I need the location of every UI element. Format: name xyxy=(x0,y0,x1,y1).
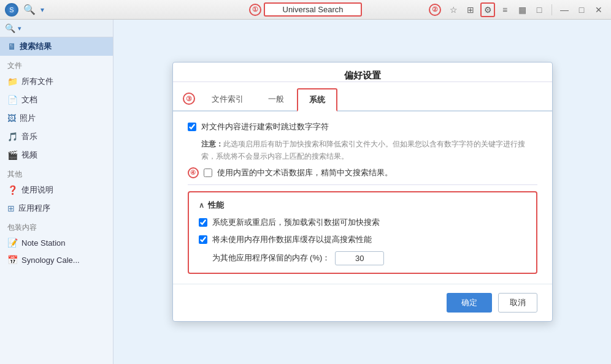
sidebar-search-icon: 🔍 xyxy=(5,23,15,33)
sidebar-item-label: 音乐 xyxy=(21,131,37,142)
perf-preload-checkbox[interactable] xyxy=(199,218,207,227)
note-station-icon: 📝 xyxy=(7,238,18,248)
performance-header: ∧ 性能 xyxy=(199,200,526,211)
universal-search-label: Universal Search xyxy=(264,2,362,17)
option-chinese-db: ④ 使用内置的中文术语数据库，精简中文搜索结果。 xyxy=(188,167,537,178)
note-body: 此选项启用后有助于加快搜索和降低索引文件大小。但如果您以含有数字字符的关键字进行… xyxy=(201,140,525,160)
list-view-btn[interactable]: ▦ xyxy=(515,2,529,17)
content-area: 偏好设置 ③ 文件索引 一般 系统 对文件内容进行建索时跳过数字字符 注意：此选… xyxy=(113,20,611,364)
sidebar-item-label: 所有文件 xyxy=(21,76,53,87)
annotation-3: ③ xyxy=(183,93,195,105)
main-layout: 🔍 ▾ 🖥 搜索结果 文件 📁 所有文件 📄 文档 🖼 照片 🎵 音乐 🎬 视频… xyxy=(0,20,611,364)
sidebar-item-label: Synology Cale... xyxy=(21,256,80,265)
sidebar-item-all-files[interactable]: 📁 所有文件 xyxy=(0,72,113,91)
search-results-icon: 🖥 xyxy=(7,42,16,51)
sidebar-item-documents[interactable]: 📄 文档 xyxy=(0,91,113,109)
sidebar-item-video[interactable]: 🎬 视频 xyxy=(0,146,113,164)
sidebar-item-label: 搜索结果 xyxy=(20,41,52,52)
perf-option-preload: 系统更新或重启后，预加载索引数据可加快搜索 xyxy=(199,217,526,228)
close-button[interactable]: ✕ xyxy=(591,2,606,17)
sidebar-item-label: 视频 xyxy=(21,150,37,161)
sidebar-section-pkg: 包装内容 xyxy=(0,218,113,234)
video-icon: 🎬 xyxy=(7,150,18,160)
sidebar-search-bar: 🔍 ▾ xyxy=(0,20,113,37)
sidebar-search-dropdown[interactable]: ▾ xyxy=(18,25,21,32)
help-icon: ❓ xyxy=(7,185,18,195)
anno1-label: ① xyxy=(249,4,264,16)
option-skip-digits-note: 注意：此选项启用后有助于加快搜索和降低索引文件大小。但如果您以含有数字字符的关键… xyxy=(201,138,537,162)
panel-btn[interactable]: □ xyxy=(532,2,547,17)
search-dropdown-btn[interactable]: 🔍 xyxy=(22,2,37,17)
memory-reserve-label: 为其他应用程序保留的内存 (%)： xyxy=(212,252,331,264)
perf-option-memory: 将未使用内存用作数据库缓存以提高搜索性能 xyxy=(199,234,526,245)
collapse-icon[interactable]: ∧ xyxy=(199,201,204,210)
sidebar-item-music[interactable]: 🎵 音乐 xyxy=(0,127,113,146)
option-chinese-db-checkbox[interactable] xyxy=(204,169,212,177)
option-skip-digits-label: 对文件内容进行建索时跳过数字字符 xyxy=(201,121,329,132)
sidebar-item-label: 照片 xyxy=(20,113,36,124)
anno2-label: ② xyxy=(429,4,444,16)
settings-button[interactable]: ⚙ xyxy=(480,2,495,17)
menu-button[interactable]: ≡ xyxy=(498,2,512,17)
sidebar-item-search-results[interactable]: 🖥 搜索结果 xyxy=(0,37,113,56)
dialog-title: 偏好设置 xyxy=(173,63,552,82)
minimize-button[interactable]: — xyxy=(557,2,572,17)
documents-icon: 📄 xyxy=(7,95,18,105)
sidebar-item-apps[interactable]: ⊞ 应用程序 xyxy=(0,199,113,218)
option-skip-digits-checkbox[interactable] xyxy=(188,123,196,131)
maximize-button[interactable]: □ xyxy=(574,2,589,17)
universal-search-area: ① Universal Search xyxy=(249,2,362,17)
photos-icon: 🖼 xyxy=(7,113,16,123)
sidebar-item-label: 文档 xyxy=(21,94,37,105)
all-files-icon: 📁 xyxy=(7,77,18,86)
app-logo: S xyxy=(5,3,18,17)
sidebar-item-photos[interactable]: 🖼 照片 xyxy=(0,109,113,127)
memory-reserve-input[interactable] xyxy=(335,251,384,265)
sidebar-item-note-station[interactable]: 📝 Note Station xyxy=(0,234,113,251)
sidebar-item-label: 应用程序 xyxy=(18,203,50,214)
perf-memory-checkbox[interactable] xyxy=(199,235,207,244)
note-prefix: 注意： xyxy=(201,140,223,148)
preferences-dialog: 偏好设置 ③ 文件索引 一般 系统 对文件内容进行建索时跳过数字字符 注意：此选… xyxy=(172,62,553,321)
perf-memory-label: 将未使用内存用作数据库缓存以提高搜索性能 xyxy=(212,234,372,245)
music-icon: 🎵 xyxy=(7,132,18,142)
sidebar-item-label: 使用说明 xyxy=(21,184,53,195)
synology-cal-icon: 📅 xyxy=(7,255,18,265)
performance-section: ∧ 性能 系统更新或重启后，预加载索引数据可加快搜索 将未使用内存用作数据库缓存… xyxy=(188,191,537,274)
star-button[interactable]: ☆ xyxy=(446,2,461,17)
view-toggle-btn[interactable]: ⊞ xyxy=(463,2,478,17)
option-skip-digits: 对文件内容进行建索时跳过数字字符 xyxy=(188,121,537,132)
divider xyxy=(551,4,552,15)
annotation-2: ② xyxy=(429,4,441,16)
section-divider xyxy=(188,184,537,185)
tab-file-index[interactable]: 文件索引 xyxy=(200,88,255,112)
perf-preload-label: 系统更新或重启后，预加载索引数据可加快搜索 xyxy=(212,217,380,228)
sidebar-item-help[interactable]: ❓ 使用说明 xyxy=(0,181,113,199)
sidebar-item-synology-cal[interactable]: 📅 Synology Cale... xyxy=(0,251,113,268)
sidebar-section-file: 文件 xyxy=(0,56,113,72)
memory-reserve-row: 为其他应用程序保留的内存 (%)： xyxy=(212,251,526,265)
sidebar: 🔍 ▾ 🖥 搜索结果 文件 📁 所有文件 📄 文档 🖼 照片 🎵 音乐 🎬 视频… xyxy=(0,20,113,364)
annotation-4: ④ xyxy=(188,167,199,178)
option-chinese-db-label: 使用内置的中文术语数据库，精简中文搜索结果。 xyxy=(217,167,393,178)
dialog-body: 对文件内容进行建索时跳过数字字符 注意：此选项启用后有助于加快搜索和降低索引文件… xyxy=(173,112,552,283)
dialog-tabs: ③ 文件索引 一般 系统 xyxy=(173,87,552,112)
cancel-button[interactable]: 取消 xyxy=(498,293,537,313)
apps-icon: ⊞ xyxy=(7,203,15,213)
annotation-1: ① xyxy=(249,4,261,16)
titlebar: S 🔍 ▾ ① Universal Search ② ☆ ⊞ ⚙ ≡ ▦ □ —… xyxy=(0,0,611,20)
sidebar-section-other: 其他 xyxy=(0,164,113,181)
sidebar-item-label: Note Station xyxy=(21,238,66,248)
tab-general[interactable]: 一般 xyxy=(256,88,296,112)
dialog-footer: 确定 取消 xyxy=(173,284,552,321)
titlebar-controls: ② ☆ ⊞ ⚙ ≡ ▦ □ — □ ✕ xyxy=(429,2,606,17)
ok-button[interactable]: 确定 xyxy=(447,293,492,313)
performance-title: 性能 xyxy=(208,200,224,211)
tab-system[interactable]: 系统 xyxy=(297,88,337,112)
search-dropdown-arrow: ▾ xyxy=(40,6,44,14)
